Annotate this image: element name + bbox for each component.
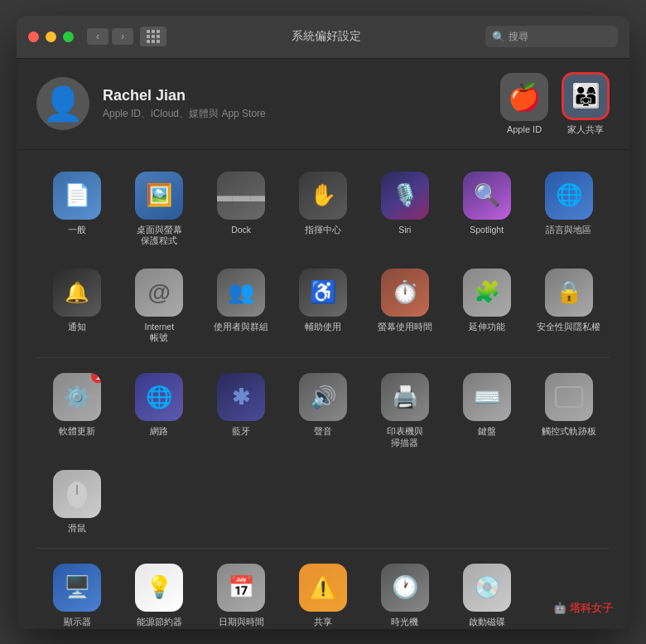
pref-bluetooth[interactable]: ✱ 藍牙 <box>200 365 282 455</box>
user-actions: 🍎 Apple ID 👨‍👩‍👧 家人共享 <box>500 72 610 136</box>
icon-grid-row2: ⚙️ 1 軟體更新 🌐 網路 ✱ 藍牙 🔊 <box>36 365 610 455</box>
user-section: 👤 Rachel Jian Apple ID、iCloud、媒體與 App St… <box>17 59 629 150</box>
network-icon: 🌐 <box>135 373 183 421</box>
close-button[interactable] <box>28 31 39 42</box>
search-icon: 🔍 <box>492 31 505 43</box>
battery-label: 能源節約器 <box>137 617 182 628</box>
family-sharing-button[interactable]: 👨‍👩‍👧 家人共享 <box>562 72 610 136</box>
users-label: 使用者與群組 <box>214 322 268 333</box>
pref-touch[interactable]: ✋ 指揮中心 <box>282 163 364 254</box>
dock-label: Dock <box>231 225 251 236</box>
sound-icon: 🔊 <box>299 373 347 421</box>
pref-notify[interactable]: 🔔 通知 <box>36 260 118 351</box>
bluetooth-label: 藍牙 <box>232 426 250 438</box>
preferences-content: 📄 一般 🖼️ 桌面與螢幕保護程式 ▬▬▬ Dock ✋ 指揮 <box>17 150 629 629</box>
general-label: 一般 <box>68 225 86 236</box>
pref-startup[interactable]: 💿 啟動磁碟 <box>446 555 528 629</box>
security-icon: 🔒 <box>545 269 593 317</box>
sharing-icon: ⚠️ <box>299 564 347 612</box>
back-button[interactable]: ‹ <box>87 28 108 45</box>
icon-grid-row1b: 🔔 通知 @ Internet帳號 👥 使用者與群組 ♿ 輔助 <box>36 260 610 351</box>
icon-grid-row1: 📄 一般 🖼️ 桌面與螢幕保護程式 ▬▬▬ Dock ✋ 指揮 <box>36 163 610 254</box>
notify-label: 通知 <box>68 322 86 333</box>
watermark-text: 塔科女子 <box>570 602 613 614</box>
sharing-label: 共享 <box>314 617 332 628</box>
pref-printer[interactable]: 🖨️ 印表機與掃描器 <box>364 365 446 455</box>
spotlight-label: Spotlight <box>470 225 504 236</box>
avatar[interactable]: 👤 <box>36 77 89 130</box>
watermark: 🤖 塔科女子 <box>553 601 613 616</box>
mouse-icon <box>53 470 101 518</box>
user-name: Rachel Jian <box>103 87 500 104</box>
watermark-icon: 🤖 <box>553 602 566 614</box>
titlebar: ‹ › 系統偏好設定 🔍 搜尋 <box>17 16 629 59</box>
user-info: Rachel Jian Apple ID、iCloud、媒體與 App Stor… <box>103 87 500 121</box>
minimize-button[interactable] <box>46 31 56 42</box>
pref-timemachine[interactable]: 🕐 時光機 <box>364 555 446 629</box>
bluetooth-icon: ✱ <box>217 373 265 421</box>
touch-icon: ✋ <box>299 172 347 220</box>
pref-access[interactable]: ♿ 輔助使用 <box>282 260 364 351</box>
datetime-label: 日期與時間 <box>219 617 264 628</box>
screentime-label: 螢幕使用時間 <box>378 322 432 333</box>
search-bar[interactable]: 🔍 搜尋 <box>485 26 618 47</box>
pref-extension[interactable]: 🧩 延伸功能 <box>446 260 528 351</box>
touch-label: 指揮中心 <box>305 225 341 236</box>
pref-battery[interactable]: 💡 能源節約器 <box>118 555 200 629</box>
access-icon: ♿ <box>299 269 347 317</box>
timemachine-icon: 🕐 <box>381 564 429 612</box>
datetime-icon: 📅 <box>217 564 265 612</box>
search-input[interactable]: 搜尋 <box>509 30 528 44</box>
pref-dock[interactable]: ▬▬▬ Dock <box>200 163 282 254</box>
pref-display[interactable]: 🖥️ 顯示器 <box>36 555 118 629</box>
svg-rect-0 <box>556 387 582 407</box>
nav-buttons: ‹ › <box>87 28 133 45</box>
lang-label: 語言與地區 <box>546 225 591 236</box>
grid-view-button[interactable] <box>140 27 166 46</box>
startup-icon: 💿 <box>463 564 511 612</box>
pref-internet[interactable]: @ Internet帳號 <box>118 260 200 351</box>
display-label: 顯示器 <box>64 617 91 628</box>
pref-datetime[interactable]: 📅 日期與時間 <box>200 555 282 629</box>
desktop-label: 桌面與螢幕保護程式 <box>137 225 182 247</box>
pref-trackpad[interactable]: 觸控式軌跡板 <box>528 365 610 455</box>
section-divider-1 <box>36 357 610 358</box>
security-label: 安全性與隱私權 <box>537 322 600 333</box>
pref-keyboard[interactable]: ⌨️ 鍵盤 <box>446 365 528 455</box>
siri-icon: 🎙️ <box>381 172 429 220</box>
pref-sharing[interactable]: ⚠️ 共享 <box>282 555 364 629</box>
mouse-label: 滑鼠 <box>68 523 86 535</box>
pref-security[interactable]: 🔒 安全性與隱私權 <box>528 260 610 351</box>
pref-lang[interactable]: 🌐 語言與地區 <box>528 163 610 254</box>
keyboard-label: 鍵盤 <box>478 426 496 438</box>
pref-screentime[interactable]: ⏱️ 螢幕使用時間 <box>364 260 446 351</box>
zoom-button[interactable] <box>63 31 74 42</box>
pref-siri[interactable]: 🎙️ Siri <box>364 163 446 254</box>
network-label: 網路 <box>150 426 168 438</box>
access-label: 輔助使用 <box>305 322 341 333</box>
pref-desktop[interactable]: 🖼️ 桌面與螢幕保護程式 <box>118 163 200 254</box>
software-icon: ⚙️ 1 <box>53 373 101 421</box>
pref-software[interactable]: ⚙️ 1 軟體更新 <box>36 365 118 455</box>
pref-users[interactable]: 👥 使用者與群組 <box>200 260 282 351</box>
family-sharing-icon: 👨‍👩‍👧 <box>562 72 610 120</box>
icon-grid-row3: 🖥️ 顯示器 💡 能源節約器 📅 日期與時間 ⚠️ 共享 <box>36 555 610 629</box>
apple-id-button[interactable]: 🍎 Apple ID <box>500 73 548 134</box>
pref-mouse[interactable]: 滑鼠 <box>36 462 118 541</box>
forward-button[interactable]: › <box>112 28 133 45</box>
general-icon: 📄 <box>53 172 101 220</box>
dock-icon: ▬▬▬ <box>217 172 265 220</box>
section-divider-2 <box>36 548 610 549</box>
startup-label: 啟動磁碟 <box>469 617 505 628</box>
pref-network[interactable]: 🌐 網路 <box>118 365 200 455</box>
sound-label: 聲音 <box>314 426 332 438</box>
display-icon: 🖥️ <box>53 564 101 612</box>
pref-general[interactable]: 📄 一般 <box>36 163 118 254</box>
avatar-icon: 👤 <box>42 85 84 123</box>
window-title: 系統偏好設定 <box>166 29 485 44</box>
desktop-icon: 🖼️ <box>135 172 183 220</box>
pref-spotlight[interactable]: 🔍 Spotlight <box>446 163 528 254</box>
user-subtitle: Apple ID、iCloud、媒體與 App Store <box>103 107 500 121</box>
pref-sound[interactable]: 🔊 聲音 <box>282 365 364 455</box>
software-label: 軟體更新 <box>59 426 95 438</box>
